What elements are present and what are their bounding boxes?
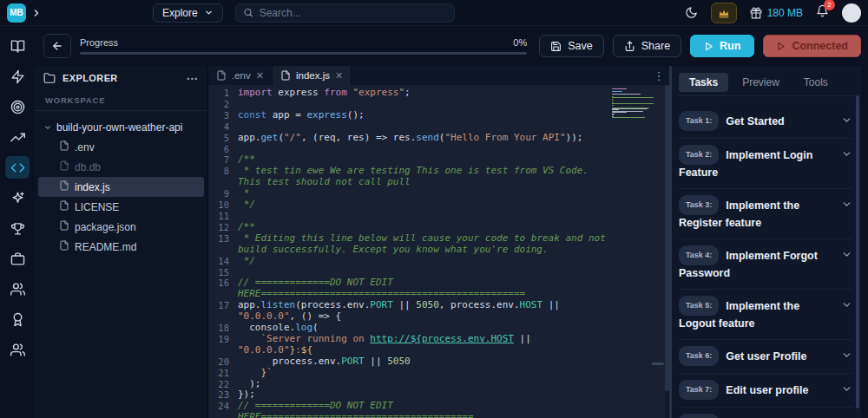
chevron-down-icon[interactable] — [841, 382, 852, 398]
chevron-down-icon — [43, 123, 52, 132]
explorer-more-button[interactable]: ⋯ — [187, 72, 199, 84]
storage-indicator[interactable]: 180 MB — [750, 7, 803, 19]
trophy-icon[interactable] — [5, 217, 30, 239]
editor-menu-button[interactable]: ⋮ — [648, 66, 669, 85]
folder-icon — [43, 72, 56, 84]
project-toolbar: Progress 0% Save Share Run C — [35, 26, 868, 66]
chevron-down-icon[interactable] — [841, 298, 852, 314]
chevron-down-icon[interactable] — [841, 147, 852, 163]
explorer-panel: EXPLORER ⋯ WORKSPACE build-your-own-weat… — [35, 66, 208, 418]
editor-horizontal-scrollbar[interactable] — [652, 362, 664, 365]
tree-file-package.json[interactable]: package.json — [38, 217, 204, 237]
file-icon — [59, 160, 69, 173]
code-line-22: 22 ); — [208, 379, 669, 390]
code-editor-icon[interactable] — [5, 156, 30, 179]
close-tab-icon[interactable]: ✕ — [335, 70, 343, 82]
code-line-9: 9 * — [208, 188, 669, 199]
code-line-20: 20 process.env.PORT || 5050 — [208, 356, 669, 368]
trending-up-icon[interactable] — [5, 126, 30, 148]
tree-file-index.js[interactable]: index.js — [38, 177, 204, 197]
tab-tasks[interactable]: Tasks — [679, 73, 728, 92]
connected-label: Connected — [792, 40, 848, 52]
task-item-7[interactable]: Task 7:Edit user profile — [679, 374, 852, 408]
task-item-5[interactable]: Task 5:Implement the Logout feature — [679, 290, 852, 340]
users-icon[interactable] — [5, 278, 30, 300]
chevron-down-icon[interactable] — [841, 198, 852, 213]
mentors-icon[interactable] — [5, 338, 30, 361]
code-area[interactable]: 1import express from "express";23const a… — [208, 85, 669, 418]
task-item-8[interactable]: Task 8:Add a new location — [679, 408, 852, 418]
share-icon — [624, 41, 635, 52]
chevron-down-icon[interactable] — [841, 349, 852, 364]
code-line-10: 10 */ — [208, 199, 669, 211]
dark-mode-toggle[interactable] — [685, 6, 698, 19]
tree-folder-row[interactable]: build-your-own-weather-api — [38, 118, 204, 137]
save-icon — [550, 41, 562, 52]
search-icon — [243, 7, 253, 18]
share-button[interactable]: Share — [613, 35, 681, 57]
task-item-3[interactable]: Task 3:Implement the Register feature — [679, 189, 852, 239]
code-line-3: 3const app = express(); — [208, 110, 669, 121]
explore-button[interactable]: Explore — [153, 3, 223, 23]
task-badge: Task 3: — [679, 195, 719, 215]
tree-file-db.db[interactable]: db.db — [38, 157, 204, 177]
zap-icon[interactable] — [5, 65, 30, 88]
run-label: Run — [720, 40, 740, 52]
play-icon — [776, 42, 786, 51]
task-list: Task 1:Get StartedTask 2:Implement Login… — [672, 96, 861, 418]
editor-tab-index.js[interactable]: index.js✕ — [273, 66, 352, 85]
tasks-scrollbar[interactable] — [856, 95, 859, 415]
workspace-section-label: WORKSPACE — [35, 90, 207, 111]
task-item-2[interactable]: Task 2:Implement Login Feature — [679, 139, 852, 189]
tree-file-LICENSE[interactable]: LICENSE — [38, 197, 204, 217]
code-line-5: 5app.get("/", (req, res) => res.send("He… — [208, 133, 669, 144]
target-icon[interactable] — [5, 95, 30, 118]
task-item-6[interactable]: Task 6:Get user Profile — [679, 340, 852, 374]
explore-label: Explore — [162, 7, 198, 19]
task-item-1[interactable]: Task 1:Get Started — [679, 105, 852, 139]
briefcase-icon[interactable] — [5, 247, 30, 270]
file-icon — [59, 180, 69, 193]
tree-file-.env[interactable]: .env — [38, 137, 204, 157]
tree-file-README.md[interactable]: README.md — [38, 237, 204, 257]
connected-button[interactable]: Connected — [763, 35, 861, 57]
sparkles-icon[interactable] — [5, 186, 30, 209]
code-line-16: 16// =============DO NOT EDIT HERE======… — [208, 278, 669, 300]
notifications-button[interactable]: 2 — [816, 4, 829, 21]
minimap[interactable] — [612, 88, 655, 120]
editor-tab-bar: .env✕index.js✕ ⋮ — [208, 66, 669, 85]
search-box[interactable] — [235, 3, 455, 23]
search-input[interactable] — [260, 7, 447, 19]
gift-icon — [750, 7, 762, 19]
app-logo[interactable]: MB — [7, 3, 26, 23]
crown-icon — [718, 7, 730, 19]
task-title: Get user Profile — [726, 350, 806, 362]
tab-preview[interactable]: Preview — [732, 73, 790, 92]
sidebar-expand-chevron-icon[interactable] — [31, 8, 42, 18]
task-badge: Task 1: — [679, 111, 719, 131]
storage-label: 180 MB — [767, 7, 803, 19]
file-icon — [59, 200, 69, 213]
task-badge: Task 6: — [679, 346, 719, 366]
chevron-down-icon[interactable] — [841, 114, 852, 129]
back-button[interactable] — [43, 34, 71, 58]
close-tab-icon[interactable]: ✕ — [256, 70, 264, 82]
tab-tools[interactable]: Tools — [793, 73, 838, 92]
book-icon[interactable] — [5, 35, 30, 57]
chevron-down-icon[interactable] — [841, 248, 852, 264]
task-item-4[interactable]: Task 4:Implement Forgot Password — [679, 239, 852, 290]
user-avatar[interactable] — [842, 3, 861, 23]
save-label: Save — [568, 40, 593, 52]
file-icon — [280, 70, 291, 81]
file-icon — [59, 140, 69, 153]
file-icon — [59, 220, 69, 233]
code-line-14: 14 */ — [208, 256, 669, 267]
folder-name: build-your-own-weather-api — [56, 121, 182, 134]
award-icon[interactable] — [5, 308, 30, 330]
upgrade-button[interactable] — [711, 3, 737, 23]
run-button[interactable]: Run — [690, 35, 754, 57]
code-line-13: 13 * Editing this line below will cause … — [208, 233, 669, 256]
icon-rail — [0, 26, 35, 418]
editor-tab-.env[interactable]: .env✕ — [208, 66, 273, 85]
save-button[interactable]: Save — [539, 35, 604, 57]
